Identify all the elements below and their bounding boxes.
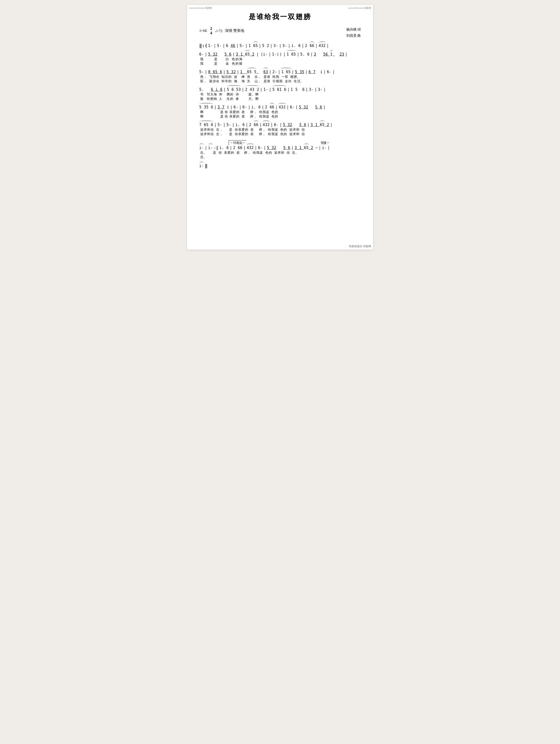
note-group: 5 32 [226,70,236,74]
note-group: i̇- [322,146,327,150]
note-group: 6 7 i̇ [309,70,323,74]
watermark-top-left: www.ktv8.com 词曲网 [189,6,212,10]
note-group: i̇. 6 [220,146,229,150]
notes-line-8: i̇- ‖ [199,163,361,169]
note-group: 1- [263,87,268,92]
music-row-1: ‖:( 1- | 5- | 6 46 | 5- | 1 65 [199,43,361,48]
note-group: 6- [258,146,263,150]
song-title: 是谁给我一双翅膀 [199,12,361,22]
lyrics-row-4a: 书 写大海 奔 腾的 诗 篇。啊 [200,92,361,97]
watermark-top-right: www.ktv8.com 词曲网 [348,6,371,10]
note-group: 2- [272,70,277,74]
meta-right: 杨兴模 词 刘昌贵 曲 [346,27,361,39]
watermark-bottom-right: 本曲谱源自 词曲网 [349,245,371,248]
lyrics-row-2b: 我 是 金 色的骆 [200,62,361,66]
final-barline: ‖ [205,163,208,169]
notes-line-7: i̇- | i̇- :‖ i̇. 6 | 2 66 [199,146,361,150]
note-group: 5. 6 i̇ 6 [199,87,222,92]
note-group: 1 65 5 63 [240,70,268,74]
note-group: 1- [208,44,213,48]
note-group: 5 61 6 [272,87,286,92]
lyrics-row-3a: 燕， 飞翔在 知识的 波 峰 浪 尖， 是谁 给我 一双 翅膀, [200,75,361,79]
note-group: i̇- [199,164,204,168]
note-group: 6- [327,70,332,74]
music-row-6: 7 65 6 | 5- | 5- | i̇. 6 | 2 66 | [199,123,361,136]
note-group: 1 65 [281,70,291,74]
meta-left: 1=bE 2 4 ♩=72 深情 赞美地 [199,27,244,35]
notes-line-4: 5. 6 i̇ 6 | 5 6 53 | [199,87,361,92]
note-group: 3- [309,87,313,92]
note-group: 6- [290,105,295,109]
note-group: 432 [263,123,270,127]
note-group: i̇. 6 [251,105,261,109]
key-signature: 1=bE [199,29,207,33]
note-group: 2 66 [233,146,242,150]
lyrics-row-5a: 啊 是 你 亲爱的 老 师， 给我蓝 色的 [200,110,361,114]
music-row-2: 6- | 5 32 5 6 | 3 1 65 2 | [199,52,361,66]
note-group: 3 7 i̇ [218,105,229,109]
note-group: i̇- [199,146,204,150]
note-group: 3- [283,44,287,48]
note-group: 6- [242,105,247,109]
note-group: 5- [199,70,204,74]
note-group: 5 35 [295,70,304,74]
note-group: i̇. 6 [291,44,301,48]
note-group: 6- [233,105,238,109]
note-group: 2 66 [265,105,274,109]
note-group: 3- [318,87,323,92]
meta-row: 1=bE 2 4 ♩=72 深情 赞美地 杨兴模 词 刘昌贵 曲 [199,27,361,39]
note-group: 432 [278,105,286,109]
note-group: 5 32 5 6 [283,123,306,127]
notes-line-3: 5- | 0 65 6 | 5 32 | 1 65 5 [199,70,361,74]
note-group: 6 46 [226,44,235,48]
notes-line-1: ‖:( 1- | 5- | 6 46 | 5- | 1 65 [199,43,361,48]
notes-line-5: 5 35 6 | 3 7 i̇ | 6- | 6- | i̇. 6 | 2 [199,105,361,109]
note-group: (i̇- [261,52,268,57]
composer-line1: 杨兴模 词 [346,27,361,33]
note-group: i̇- [208,146,213,150]
note-group: 1-) [272,52,279,57]
note-group: 1 65 [287,52,296,57]
note-group: 7 65 6 [199,123,213,127]
note-group: 3 1 65 2 [310,123,329,127]
style: 深情 赞美地 [225,28,244,33]
music-row-5: 5 35 6 | 3 7 i̇ | 6- | 6- | i̇. 6 | 2 [199,105,361,119]
lyrics-row-7a: 念, 是 你 亲爱的 老 师， 给我蓝 色的 追求和 信 念。 [200,150,361,155]
lyrics-row-7b: 念。 [200,155,361,159]
time-signature: 2 4 [210,27,212,35]
note-group: 5- [217,44,222,48]
note-group: 5 32 5 6 [208,52,231,57]
lyrics-row-4b: 骆 铃摇响 人 生的 春 天。啊 [200,97,361,101]
lyrics-row-6b: 追求和信 念， 是 你亲爱的 老 师， 给我蓝 色的 追求和 信 [200,132,361,136]
note-group: 5- [239,44,244,48]
note-group: 6- [274,123,278,127]
lyrics-row-6a: 追求和信 念， 是 你亲爱的 老 师， 给我蓝 色的 追求和 信 [200,127,361,132]
lyrics-row-2a: 我 是 白 色的海 [200,57,361,62]
music-row-3: 5- | 0 65 6 | 5 32 | 1 65 5 [199,70,361,83]
note-group: 432 [319,44,326,48]
note-group: 5 35 6 [199,105,213,109]
note-group: 5 2 [262,44,269,48]
repeat-open: ‖:( [199,43,208,48]
note-group: 432 [247,146,254,150]
note-group: 3- [273,44,278,48]
notes-line-6: 7 65 6 | 5- | 5- | i̇. 6 | 2 66 | [199,123,361,127]
page: www.ktv8.com 词曲网 www.ktv8.com 词曲网 是谁给我一双… [187,5,373,250]
music-row-7: ─ 结束句 ─ 突慢 𝄐 i̇- | i̇- :‖ [199,140,361,159]
note-group: 2 43 2 [245,87,259,92]
composer-line2: 刘昌贵 曲 [346,33,361,39]
note-group: 5 32 5 6 [267,146,290,150]
note-group: i̇. 6 [235,123,245,127]
note-group: 2 66 [305,44,314,48]
lyrics-row-3b: 驼， 跋涉在 科学的 瀚 海 关 山， 是谁 引领我 走向 生活, [200,79,361,83]
tempo: ♩=72 [215,29,222,33]
note-group: 1 5 6 [291,87,305,92]
note-group: 3 1 65 2 𝄐 [295,146,318,150]
note-group: 2 66 [249,123,258,127]
note-group: 0 65 6 [208,70,222,74]
note-group: 5- [218,123,222,127]
note-group: 5. 6 [300,52,310,57]
lyrics-row-5b: 啊 是 你 亲爱的 老 师， 给我蓝 色的 [200,114,361,119]
note-group: 5 6 53 [227,87,241,92]
note-group: 5 32 5 6 [299,105,322,109]
